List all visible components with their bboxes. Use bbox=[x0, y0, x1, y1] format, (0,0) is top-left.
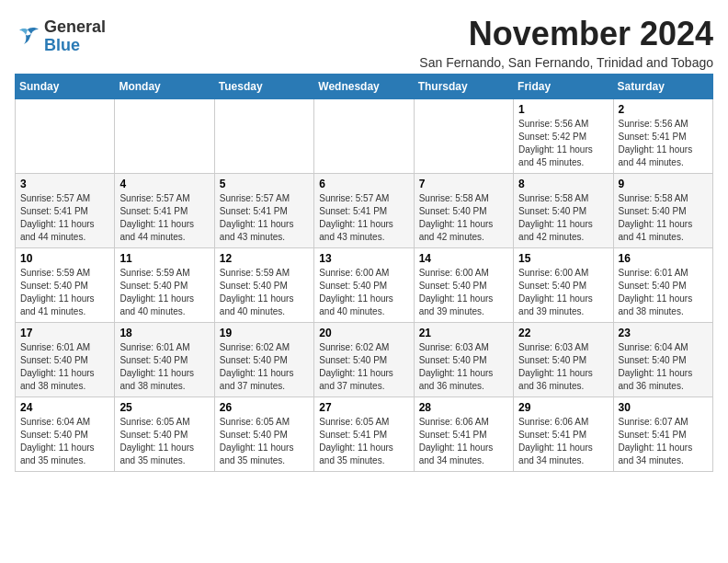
calendar-cell: 3Sunrise: 5:57 AM Sunset: 5:41 PM Daylig… bbox=[16, 174, 115, 248]
calendar-cell: 2Sunrise: 5:56 AM Sunset: 5:41 PM Daylig… bbox=[613, 99, 712, 174]
day-info: Sunrise: 6:01 AM Sunset: 5:40 PM Dayligh… bbox=[20, 341, 109, 393]
day-number: 12 bbox=[220, 252, 309, 265]
day-number: 9 bbox=[619, 178, 708, 190]
day-info: Sunrise: 6:02 AM Sunset: 5:40 PM Dayligh… bbox=[220, 341, 309, 393]
day-number: 16 bbox=[619, 252, 708, 265]
calendar-cell: 24Sunrise: 6:04 AM Sunset: 5:40 PM Dayli… bbox=[16, 397, 115, 472]
day-info: Sunrise: 6:00 AM Sunset: 5:40 PM Dayligh… bbox=[319, 267, 408, 318]
day-info: Sunrise: 5:59 AM Sunset: 5:40 PM Dayligh… bbox=[220, 267, 309, 318]
calendar-cell: 4Sunrise: 5:57 AM Sunset: 5:41 PM Daylig… bbox=[115, 174, 214, 248]
calendar-cell: 23Sunrise: 6:04 AM Sunset: 5:40 PM Dayli… bbox=[613, 323, 712, 397]
weekday-header: Thursday bbox=[414, 75, 513, 99]
calendar-cell: 21Sunrise: 6:03 AM Sunset: 5:40 PM Dayli… bbox=[414, 323, 513, 397]
day-info: Sunrise: 6:06 AM Sunset: 5:41 PM Dayligh… bbox=[518, 416, 608, 467]
day-info: Sunrise: 6:04 AM Sunset: 5:40 PM Dayligh… bbox=[20, 416, 109, 467]
calendar-cell: 29Sunrise: 6:06 AM Sunset: 5:41 PM Dayli… bbox=[514, 397, 613, 472]
day-number: 27 bbox=[319, 401, 408, 414]
logo-text: General Blue bbox=[44, 18, 106, 55]
weekday-header: Saturday bbox=[613, 75, 712, 99]
weekday-header: Sunday bbox=[16, 75, 115, 99]
calendar-cell: 8Sunrise: 5:58 AM Sunset: 5:40 PM Daylig… bbox=[514, 174, 613, 248]
page-header: General Blue November 2024 San Fernando,… bbox=[15, 15, 713, 70]
day-info: Sunrise: 5:58 AM Sunset: 5:40 PM Dayligh… bbox=[419, 192, 508, 244]
day-info: Sunrise: 5:57 AM Sunset: 5:41 PM Dayligh… bbox=[119, 192, 209, 244]
calendar-week-row: 10Sunrise: 5:59 AM Sunset: 5:40 PM Dayli… bbox=[16, 248, 713, 323]
calendar-cell bbox=[314, 99, 414, 174]
day-number: 25 bbox=[119, 401, 209, 414]
weekday-header-row: SundayMondayTuesdayWednesdayThursdayFrid… bbox=[16, 75, 713, 99]
calendar-cell: 12Sunrise: 5:59 AM Sunset: 5:40 PM Dayli… bbox=[214, 248, 313, 323]
day-info: Sunrise: 5:57 AM Sunset: 5:41 PM Dayligh… bbox=[319, 192, 408, 244]
location-subtitle: San Fernando, San Fernando, Trinidad and… bbox=[419, 55, 713, 70]
day-number: 8 bbox=[518, 178, 608, 190]
day-info: Sunrise: 6:01 AM Sunset: 5:40 PM Dayligh… bbox=[119, 341, 209, 393]
day-number: 1 bbox=[518, 103, 608, 116]
day-number: 20 bbox=[319, 327, 408, 339]
day-info: Sunrise: 6:05 AM Sunset: 5:41 PM Dayligh… bbox=[319, 416, 408, 467]
calendar-cell: 13Sunrise: 6:00 AM Sunset: 5:40 PM Dayli… bbox=[314, 248, 414, 323]
month-title: November 2024 bbox=[419, 15, 713, 53]
weekday-header: Tuesday bbox=[214, 75, 313, 99]
day-info: Sunrise: 6:05 AM Sunset: 5:40 PM Dayligh… bbox=[220, 416, 309, 467]
title-section: November 2024 San Fernando, San Fernando… bbox=[419, 15, 713, 70]
calendar-cell: 6Sunrise: 5:57 AM Sunset: 5:41 PM Daylig… bbox=[314, 174, 414, 248]
day-info: Sunrise: 5:57 AM Sunset: 5:41 PM Dayligh… bbox=[220, 192, 309, 244]
calendar-cell: 17Sunrise: 6:01 AM Sunset: 5:40 PM Dayli… bbox=[16, 323, 115, 397]
calendar-cell: 9Sunrise: 5:58 AM Sunset: 5:40 PM Daylig… bbox=[613, 174, 712, 248]
day-number: 7 bbox=[419, 178, 508, 190]
day-number: 26 bbox=[220, 401, 309, 414]
calendar-cell: 16Sunrise: 6:01 AM Sunset: 5:40 PM Dayli… bbox=[613, 248, 712, 323]
calendar-cell bbox=[414, 99, 513, 174]
day-info: Sunrise: 6:01 AM Sunset: 5:40 PM Dayligh… bbox=[619, 267, 708, 318]
day-info: Sunrise: 6:03 AM Sunset: 5:40 PM Dayligh… bbox=[518, 341, 608, 393]
weekday-header: Monday bbox=[115, 75, 214, 99]
calendar-cell bbox=[115, 99, 214, 174]
day-number: 24 bbox=[20, 401, 109, 414]
weekday-header: Wednesday bbox=[314, 75, 414, 99]
day-info: Sunrise: 6:04 AM Sunset: 5:40 PM Dayligh… bbox=[619, 341, 708, 393]
calendar-cell: 19Sunrise: 6:02 AM Sunset: 5:40 PM Dayli… bbox=[214, 323, 313, 397]
logo: General Blue bbox=[15, 18, 106, 55]
day-number: 10 bbox=[20, 252, 109, 265]
day-info: Sunrise: 5:58 AM Sunset: 5:40 PM Dayligh… bbox=[619, 192, 708, 244]
day-number: 4 bbox=[119, 178, 209, 190]
day-number: 28 bbox=[419, 401, 508, 414]
calendar-cell: 14Sunrise: 6:00 AM Sunset: 5:40 PM Dayli… bbox=[414, 248, 513, 323]
day-number: 19 bbox=[220, 327, 309, 339]
day-number: 5 bbox=[220, 178, 309, 190]
logo-bird-icon bbox=[15, 26, 40, 48]
day-info: Sunrise: 5:56 AM Sunset: 5:42 PM Dayligh… bbox=[518, 118, 608, 169]
day-number: 30 bbox=[619, 401, 708, 414]
calendar-week-row: 3Sunrise: 5:57 AM Sunset: 5:41 PM Daylig… bbox=[16, 174, 713, 248]
calendar-week-row: 24Sunrise: 6:04 AM Sunset: 5:40 PM Dayli… bbox=[16, 397, 713, 472]
day-number: 21 bbox=[419, 327, 508, 339]
calendar-cell: 30Sunrise: 6:07 AM Sunset: 5:41 PM Dayli… bbox=[613, 397, 712, 472]
calendar-cell: 26Sunrise: 6:05 AM Sunset: 5:40 PM Dayli… bbox=[214, 397, 313, 472]
weekday-header: Friday bbox=[514, 75, 613, 99]
day-number: 18 bbox=[119, 327, 209, 339]
day-number: 14 bbox=[419, 252, 508, 265]
day-info: Sunrise: 5:59 AM Sunset: 5:40 PM Dayligh… bbox=[119, 267, 209, 318]
day-number: 13 bbox=[319, 252, 408, 265]
calendar-cell: 22Sunrise: 6:03 AM Sunset: 5:40 PM Dayli… bbox=[514, 323, 613, 397]
day-number: 29 bbox=[518, 401, 608, 414]
day-number: 17 bbox=[20, 327, 109, 339]
day-number: 11 bbox=[119, 252, 209, 265]
calendar-cell: 15Sunrise: 6:00 AM Sunset: 5:40 PM Dayli… bbox=[514, 248, 613, 323]
day-info: Sunrise: 5:58 AM Sunset: 5:40 PM Dayligh… bbox=[518, 192, 608, 244]
day-info: Sunrise: 6:00 AM Sunset: 5:40 PM Dayligh… bbox=[419, 267, 508, 318]
calendar-cell: 1Sunrise: 5:56 AM Sunset: 5:42 PM Daylig… bbox=[514, 99, 613, 174]
calendar-cell: 25Sunrise: 6:05 AM Sunset: 5:40 PM Dayli… bbox=[115, 397, 214, 472]
calendar-cell: 28Sunrise: 6:06 AM Sunset: 5:41 PM Dayli… bbox=[414, 397, 513, 472]
day-info: Sunrise: 6:07 AM Sunset: 5:41 PM Dayligh… bbox=[619, 416, 708, 467]
day-info: Sunrise: 6:03 AM Sunset: 5:40 PM Dayligh… bbox=[419, 341, 508, 393]
calendar-cell: 11Sunrise: 5:59 AM Sunset: 5:40 PM Dayli… bbox=[115, 248, 214, 323]
day-info: Sunrise: 5:56 AM Sunset: 5:41 PM Dayligh… bbox=[619, 118, 708, 169]
calendar-week-row: 1Sunrise: 5:56 AM Sunset: 5:42 PM Daylig… bbox=[16, 99, 713, 174]
calendar-week-row: 17Sunrise: 6:01 AM Sunset: 5:40 PM Dayli… bbox=[16, 323, 713, 397]
calendar-cell bbox=[16, 99, 115, 174]
day-number: 6 bbox=[319, 178, 408, 190]
day-number: 22 bbox=[518, 327, 608, 339]
day-info: Sunrise: 5:59 AM Sunset: 5:40 PM Dayligh… bbox=[20, 267, 109, 318]
day-number: 15 bbox=[518, 252, 608, 265]
